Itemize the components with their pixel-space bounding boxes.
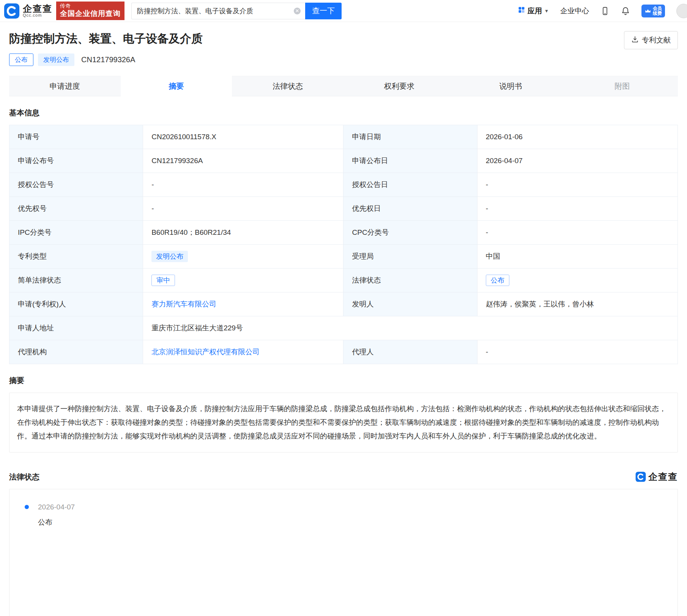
field-value: - xyxy=(477,221,678,245)
member-line1: 会员 xyxy=(653,6,662,11)
page-title: 防撞控制方法、装置、电子设备及介质 xyxy=(9,31,203,47)
patent-type-badge: 发明公布 xyxy=(151,251,188,262)
agency-link[interactable]: 北京润泽恒知识产权代理有限公司 xyxy=(151,348,260,356)
download-patent-button[interactable]: 专利文献 xyxy=(624,31,678,49)
promo-line1: 传奇 xyxy=(60,3,121,9)
tab-legal-status[interactable]: 法律状态 xyxy=(232,76,344,96)
table-row: 申请人地址 重庆市江北区福生大道229号 xyxy=(9,316,678,340)
applicant-link[interactable]: 赛力斯汽车有限公司 xyxy=(151,300,216,308)
field-label: CPC分类号 xyxy=(344,221,477,245)
tab-abstract[interactable]: 摘要 xyxy=(121,76,232,96)
field-value: 审中 xyxy=(143,269,344,292)
qcc-logo-icon xyxy=(4,3,20,19)
member-line2: 续费 xyxy=(653,11,662,16)
field-value: 北京润泽恒知识产权代理有限公司 xyxy=(143,340,344,364)
field-value: 赵伟涛，侯聚英，王以伟，曾小林 xyxy=(477,292,678,316)
field-label: 受理局 xyxy=(344,245,477,269)
apps-label: 应用 xyxy=(528,6,542,16)
table-row: 申请号 CN202610011578.X 申请日期 2026-01-06 xyxy=(9,125,678,149)
table-row: 代理机构 北京润泽恒知识产权代理有限公司 代理人 - xyxy=(9,340,678,364)
logo-name: 企查查 xyxy=(23,4,52,13)
promo-banner: 传奇 全国企业信用查询 xyxy=(56,2,124,20)
field-label: 申请(专利权)人 xyxy=(9,292,143,316)
top-bar: 企查查 Qcc.com 传奇 全国企业信用查询 ✕ 查一下 应用 ▼ 企业中心 xyxy=(0,0,687,22)
field-value: 公布 xyxy=(477,269,678,292)
field-value: B60R19/40；B60R21/34 xyxy=(143,221,344,245)
qcc-logo-text: 企查查 Qcc.com xyxy=(23,4,52,18)
field-label: 代理机构 xyxy=(9,340,143,364)
tab-bar: 申请进度 摘要 法律状态 权利要求 说明书 附图 xyxy=(9,76,678,96)
field-value: - xyxy=(143,197,344,221)
field-label: 法律状态 xyxy=(344,269,477,292)
field-value: - xyxy=(477,197,678,221)
status-badge: 公布 xyxy=(9,53,33,66)
search-button[interactable]: 查一下 xyxy=(305,3,342,19)
mobile-app-icon[interactable] xyxy=(600,6,610,16)
field-label: 简单法律状态 xyxy=(9,269,143,292)
field-label: IPC分类号 xyxy=(9,221,143,245)
apps-grid-icon xyxy=(518,6,525,16)
tab-drawings[interactable]: 附图 xyxy=(566,76,678,96)
patent-header: 防撞控制方法、装置、电子设备及介质 公布 发明公布 CN121799326A 专… xyxy=(9,22,678,66)
basic-info-title: 基本信息 xyxy=(9,108,678,118)
qcc-logo[interactable]: 企查查 Qcc.com xyxy=(4,3,52,19)
table-row: 专利类型 发明公布 受理局 中国 xyxy=(9,245,678,269)
type-badge: 发明公布 xyxy=(38,53,74,66)
timeline-date: 2026-04-07 xyxy=(38,503,75,511)
field-label: 授权公告号 xyxy=(9,173,143,197)
avatar[interactable] xyxy=(676,4,687,18)
field-value: 发明公布 xyxy=(143,245,344,269)
search-input[interactable] xyxy=(131,3,305,19)
clear-search-icon[interactable]: ✕ xyxy=(294,8,301,14)
table-row: 申请(专利权)人 赛力斯汽车有限公司 发明人 赵伟涛，侯聚英，王以伟，曾小林 xyxy=(9,292,678,316)
download-button-label: 专利文献 xyxy=(642,35,671,45)
legal-status-timeline: 2026-04-07 公布 xyxy=(9,489,678,616)
search-bar: ✕ 查一下 xyxy=(131,3,342,19)
chevron-down-icon: ▼ xyxy=(544,8,549,14)
member-renew-badge[interactable]: 会员 续费 xyxy=(641,5,665,17)
field-label: 申请公布号 xyxy=(9,149,143,173)
field-label: 代理人 xyxy=(344,340,477,364)
basic-info-table: 申请号 CN202610011578.X 申请日期 2026-01-06 申请公… xyxy=(9,125,678,364)
notification-bell-icon[interactable] xyxy=(621,6,630,16)
field-label: 优先权号 xyxy=(9,197,143,221)
publication-number: CN121799326A xyxy=(81,55,135,64)
tab-application-progress[interactable]: 申请进度 xyxy=(9,76,121,96)
promo-line2: 全国企业信用查询 xyxy=(60,9,121,18)
list-item: 2026-04-07 公布 xyxy=(25,503,678,527)
table-row: 简单法律状态 审中 法律状态 公布 xyxy=(9,269,678,292)
field-value: CN121799326A xyxy=(143,149,344,173)
table-row: IPC分类号 B60R19/40；B60R21/34 CPC分类号 - xyxy=(9,221,678,245)
simple-legal-status-badge: 审中 xyxy=(151,275,175,286)
field-label: 申请人地址 xyxy=(9,316,143,340)
legal-status-badge: 公布 xyxy=(486,275,509,286)
field-value: 中国 xyxy=(477,245,678,269)
logo-domain: Qcc.com xyxy=(23,13,52,18)
enterprise-center-link[interactable]: 企业中心 xyxy=(560,6,589,16)
field-label: 优先权日 xyxy=(344,197,477,221)
field-value: 2026-01-06 xyxy=(477,125,678,149)
field-label: 发明人 xyxy=(344,292,477,316)
field-value: 2026-04-07 xyxy=(477,149,678,173)
field-value: CN202610011578.X xyxy=(143,125,344,149)
abstract-text: 本申请提供了一种防撞控制方法、装置、电子设备及介质，防撞控制方法应用于车辆的防撞… xyxy=(9,393,678,453)
tab-description[interactable]: 说明书 xyxy=(455,76,567,96)
crown-icon xyxy=(644,8,651,14)
table-row: 申请公布号 CN121799326A 申请公布日 2026-04-07 xyxy=(9,149,678,173)
field-value: - xyxy=(477,340,678,364)
main-content: 防撞控制方法、装置、电子设备及介质 公布 发明公布 CN121799326A 专… xyxy=(0,22,687,616)
field-value: 赛力斯汽车有限公司 xyxy=(143,292,344,316)
qcc-watermark-logo: 企查查 xyxy=(635,471,678,483)
patent-badges: 公布 发明公布 CN121799326A xyxy=(9,53,203,66)
table-row: 授权公告号 - 授权公告日 - xyxy=(9,173,678,197)
field-label: 申请日期 xyxy=(344,125,477,149)
field-label: 申请公布日 xyxy=(344,149,477,173)
qcc-watermark-icon xyxy=(635,471,646,482)
apps-menu[interactable]: 应用 ▼ xyxy=(518,6,549,16)
timeline-status: 公布 xyxy=(38,517,75,527)
field-value: - xyxy=(477,173,678,197)
abstract-title: 摘要 xyxy=(9,376,678,386)
legal-status-title: 法律状态 xyxy=(9,472,39,482)
table-row: 优先权号 - 优先权日 - xyxy=(9,197,678,221)
tab-claims[interactable]: 权利要求 xyxy=(344,76,455,96)
